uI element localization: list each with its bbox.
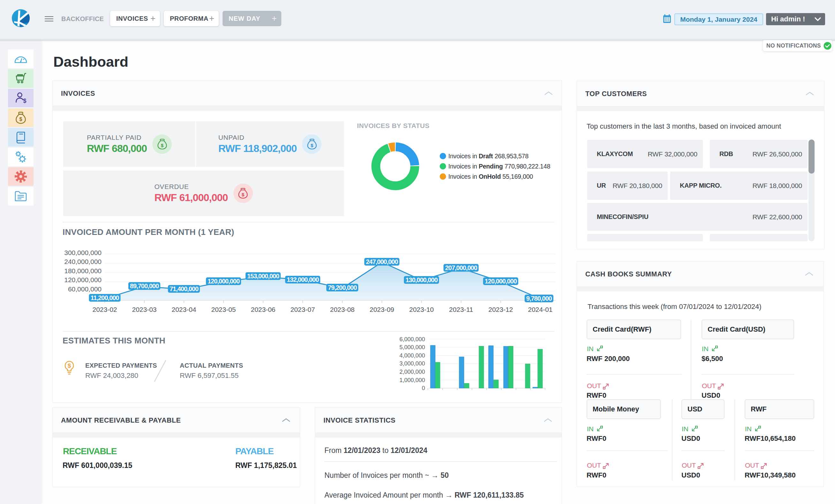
svg-text:$: $	[68, 362, 71, 369]
svg-text:$: $	[19, 117, 22, 122]
svg-text:$: $	[311, 143, 313, 148]
svg-text:$: $	[23, 98, 26, 104]
svg-text:$: $	[161, 143, 163, 148]
svg-text:$: $	[242, 192, 245, 197]
